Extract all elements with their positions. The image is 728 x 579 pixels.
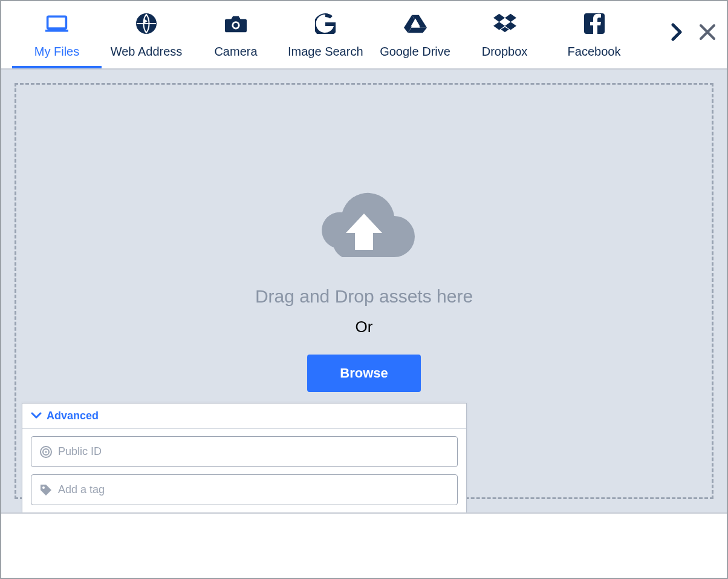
- tab-camera[interactable]: Camera: [191, 12, 281, 68]
- globe-icon: [135, 12, 158, 35]
- tab-facebook[interactable]: Facebook: [550, 12, 639, 68]
- browse-button[interactable]: Browse: [307, 355, 420, 392]
- tab-label: Facebook: [568, 45, 621, 59]
- tab-image-search[interactable]: Image Search: [281, 12, 371, 68]
- footer-area: [1, 512, 727, 578]
- svg-rect-0: [48, 16, 67, 28]
- svg-point-5: [233, 23, 238, 28]
- or-text: Or: [356, 318, 373, 336]
- google-icon: [314, 12, 337, 35]
- public-id-input[interactable]: [31, 436, 458, 467]
- advanced-title: Advanced: [47, 410, 99, 422]
- tab-web-address[interactable]: Web Address: [102, 12, 191, 68]
- svg-rect-1: [45, 30, 68, 32]
- tag-input[interactable]: [31, 474, 458, 505]
- tab-label: Google Drive: [380, 45, 450, 59]
- advanced-toggle[interactable]: Advanced: [22, 404, 466, 429]
- svg-point-12: [42, 486, 45, 489]
- drag-drop-text: Drag and Drop assets here: [255, 286, 473, 307]
- source-tabs-bar: My Files Web Address Camera Image Search: [1, 1, 727, 68]
- laptop-icon: [45, 12, 68, 35]
- tab-google-drive[interactable]: Google Drive: [371, 12, 460, 68]
- tab-label: Camera: [214, 45, 257, 59]
- upload-panel: Drag and Drop assets here Or Browse Adva…: [1, 68, 727, 512]
- tab-my-files[interactable]: My Files: [12, 12, 102, 68]
- gdrive-icon: [404, 12, 427, 35]
- tabs-more-button[interactable]: [671, 23, 682, 44]
- tab-label: My Files: [34, 45, 79, 59]
- camera-icon: [224, 12, 247, 35]
- facebook-icon: [583, 12, 606, 35]
- chevron-down-icon: [31, 410, 42, 422]
- advanced-panel: Advanced: [22, 403, 467, 512]
- tab-dropbox[interactable]: Dropbox: [460, 12, 550, 68]
- source-tabs-list: My Files Web Address Camera Image Search: [12, 12, 666, 68]
- svg-point-11: [45, 451, 47, 453]
- dropbox-icon: [493, 12, 516, 35]
- tab-label: Web Address: [111, 45, 183, 59]
- tag-icon: [39, 483, 53, 497]
- tab-label: Dropbox: [482, 45, 528, 59]
- tab-label: Image Search: [288, 45, 363, 59]
- close-button[interactable]: [699, 24, 716, 43]
- fingerprint-icon: [39, 445, 53, 459]
- cloud-upload-icon: [313, 191, 415, 266]
